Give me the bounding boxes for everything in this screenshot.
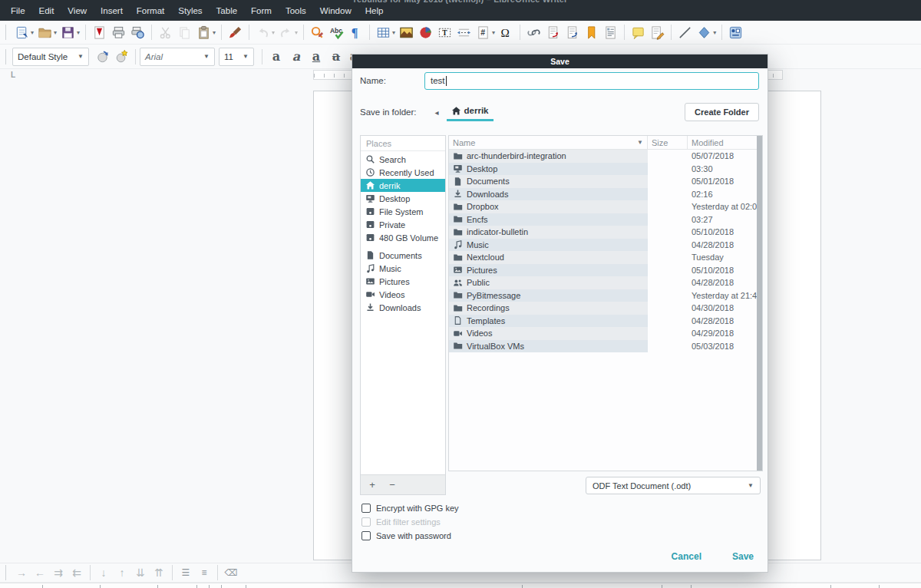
outline-tool-button[interactable]: ⇇ [68, 564, 86, 581]
place-item-desktop[interactable]: Desktop [361, 192, 445, 205]
file-row-dropbox[interactable]: DropboxYesterday at 02:03 [449, 200, 762, 213]
file-row-pictures[interactable]: Pictures05/10/2018 [449, 264, 762, 277]
print-button[interactable] [109, 22, 128, 42]
font-name-combo[interactable]: Arial▼ [140, 48, 215, 66]
outline-tool-button[interactable]: ↓ [94, 564, 113, 581]
place-item-music[interactable]: Music [361, 262, 445, 275]
text-box-button[interactable]: T [435, 22, 454, 42]
new-doc-button[interactable]: ▾ [12, 22, 35, 42]
chevron-down-icon[interactable]: ▾ [295, 29, 298, 36]
breadcrumb-current-folder[interactable]: derrik [447, 104, 494, 121]
remove-bookmark-button[interactable]: − [384, 477, 401, 493]
draw-functions-button[interactable] [726, 22, 745, 42]
chevron-down-icon[interactable]: ▾ [77, 29, 80, 36]
outline-tool-button[interactable]: ⇈ [150, 564, 168, 581]
chevron-down-icon[interactable]: ▾ [54, 29, 57, 36]
menu-tools[interactable]: Tools [279, 3, 312, 18]
column-header-size[interactable]: Size [648, 136, 688, 149]
new-style-button[interactable] [112, 47, 131, 67]
file-row-downloads[interactable]: Downloads02:16 [449, 188, 762, 201]
insert-image-button[interactable] [397, 22, 416, 42]
insert-table-button[interactable]: ▾ [374, 22, 397, 42]
chevron-down-icon[interactable]: ▾ [272, 29, 275, 36]
file-row-pybitmessage[interactable]: PyBitmessageYesterday at 21:48 [449, 289, 762, 302]
place-item-480-gb-volume[interactable]: 480 GB Volume [361, 231, 445, 244]
cross-reference-button[interactable] [601, 22, 620, 42]
redo-button[interactable]: ▾ [276, 22, 299, 42]
file-row-templates[interactable]: Templates04/28/2018 [449, 315, 762, 328]
menu-help[interactable]: Help [359, 3, 390, 18]
file-list-scrollbar[interactable] [757, 136, 762, 471]
print-preview-button[interactable] [128, 22, 147, 42]
chevron-down-icon[interactable]: ▾ [492, 29, 495, 36]
file-row-arc-thunderbird-integration[interactable]: arc-thunderbird-integration05/07/2018 [449, 150, 762, 163]
file-row-virtualbox-vms[interactable]: VirtualBox VMs05/03/2018 [449, 340, 762, 353]
place-item-file-system[interactable]: File System [361, 205, 445, 218]
place-item-derrik[interactable]: derrik [361, 179, 445, 192]
chevron-down-icon[interactable]: ▾ [713, 29, 716, 36]
menu-table[interactable]: Table [210, 3, 244, 18]
strikethrough-button[interactable]: a [326, 48, 346, 66]
place-item-private[interactable]: Private [361, 218, 445, 231]
create-folder-button[interactable]: Create Folder [685, 103, 759, 121]
file-row-videos[interactable]: Videos04/29/2018 [449, 327, 762, 340]
copy-button[interactable] [175, 22, 194, 42]
file-row-public[interactable]: Public04/28/2018 [449, 276, 762, 289]
cut-button[interactable] [156, 22, 175, 42]
place-item-search[interactable]: Search [361, 153, 445, 166]
file-row-encfs[interactable]: Encfs03:27 [449, 213, 762, 226]
menu-styles[interactable]: Styles [172, 3, 208, 18]
checkbox-encrypt-with-gpg-key[interactable]: Encrypt with GPG key [361, 504, 459, 513]
insert-field-button[interactable]: #▾ [474, 22, 497, 42]
export-pdf-button[interactable] [90, 22, 109, 42]
file-row-desktop[interactable]: Desktop03:30 [449, 163, 762, 176]
endnote-button[interactable] [563, 22, 582, 42]
underline-button[interactable]: a [306, 48, 326, 66]
tabstop-selector[interactable]: L [11, 71, 15, 79]
breadcrumb-back-icon[interactable]: ◂ [435, 108, 439, 117]
file-row-documents[interactable]: Documents05/01/2018 [449, 175, 762, 188]
undo-button[interactable]: ▾ [253, 22, 276, 42]
find-replace-button[interactable] [308, 22, 327, 42]
column-header-name[interactable]: Name ▼ [449, 136, 648, 149]
save-button[interactable]: Save [732, 551, 754, 562]
place-item-pictures[interactable]: Pictures [361, 275, 445, 288]
add-bookmark-button[interactable]: + [364, 477, 381, 493]
menu-window[interactable]: Window [314, 3, 358, 18]
basic-shapes-button[interactable]: ▾ [695, 22, 718, 42]
open-button[interactable]: ▾ [35, 22, 58, 42]
outline-tool-button[interactable]: ⌫ [222, 564, 240, 581]
save-button[interactable]: ▾ [58, 22, 81, 42]
cancel-button[interactable]: Cancel [672, 551, 701, 562]
paste-button[interactable]: ▾ [194, 22, 217, 42]
dialog-title[interactable]: Save [352, 55, 768, 68]
file-row-indicator-bulletin[interactable]: indicator-bulletin05/10/2018 [449, 226, 762, 239]
checkbox-icon[interactable] [361, 531, 371, 540]
footnote-button[interactable] [543, 22, 563, 42]
spelling-button[interactable]: Abc [327, 22, 346, 42]
outline-tool-button[interactable]: ☰ [177, 564, 195, 581]
outline-tool-button[interactable]: ≡ [195, 564, 213, 581]
place-item-documents[interactable]: Documents [361, 249, 445, 262]
column-header-modified[interactable]: Modified [688, 136, 762, 149]
bookmark-button[interactable] [582, 22, 601, 42]
comment-button[interactable] [629, 22, 648, 42]
file-type-combo[interactable]: ODF Text Document (.odt) ▼ [586, 477, 761, 494]
hyperlink-button[interactable] [524, 22, 543, 42]
menu-edit[interactable]: Edit [33, 3, 61, 18]
formatting-marks-button[interactable]: ¶ [346, 22, 365, 42]
place-item-videos[interactable]: Videos [361, 288, 445, 301]
outline-tool-button[interactable]: ⇊ [131, 564, 150, 581]
chevron-down-icon[interactable]: ▾ [392, 29, 395, 36]
insert-chart-button[interactable] [416, 22, 435, 42]
menu-format[interactable]: Format [130, 3, 170, 18]
outline-tool-button[interactable]: ↑ [113, 564, 131, 581]
track-changes-button[interactable] [648, 22, 667, 42]
special-character-button[interactable]: Ω [497, 22, 516, 42]
scrollbar-thumb[interactable] [757, 136, 762, 471]
insert-line-button[interactable] [675, 22, 695, 42]
file-row-music[interactable]: Music04/28/2018 [449, 239, 762, 252]
outline-tool-button[interactable]: ⇉ [49, 564, 68, 581]
checkbox-icon[interactable] [361, 504, 371, 513]
menu-view[interactable]: View [61, 3, 93, 18]
